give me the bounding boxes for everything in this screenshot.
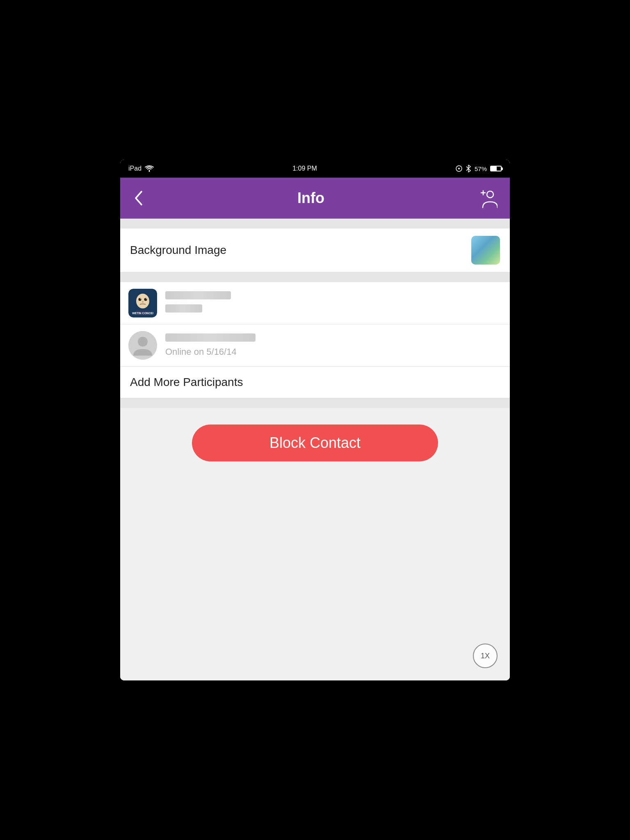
svg-point-1 bbox=[458, 168, 460, 169]
contact1-name-blur-1 bbox=[165, 291, 231, 299]
contact2-info: Online on 5/16/14 bbox=[165, 333, 256, 357]
location-icon bbox=[456, 165, 462, 172]
svg-point-12 bbox=[142, 301, 144, 303]
contact1-avatar-image: WETIN CONCEI bbox=[128, 289, 157, 317]
svg-point-9 bbox=[144, 298, 147, 301]
contact2-avatar bbox=[128, 331, 157, 360]
svg-point-10 bbox=[140, 299, 141, 299]
contact2-status: Online on 5/16/14 bbox=[165, 347, 256, 357]
background-image-row[interactable]: Background Image bbox=[120, 228, 510, 272]
status-right: 57% bbox=[456, 165, 502, 172]
content-area: Background Image bbox=[120, 219, 510, 680]
status-left: iPad bbox=[128, 165, 154, 172]
contact2-avatar-image bbox=[128, 331, 157, 360]
bg-thumbnail-image bbox=[471, 236, 500, 265]
device-label: iPad bbox=[128, 165, 142, 172]
svg-point-16 bbox=[138, 337, 148, 347]
svg-point-4 bbox=[487, 191, 493, 198]
add-contact-button[interactable] bbox=[477, 188, 498, 208]
contact2-row[interactable]: Online on 5/16/14 bbox=[120, 324, 510, 367]
contact1-info bbox=[165, 291, 231, 315]
section-gap-2 bbox=[120, 398, 510, 408]
bluetooth-icon bbox=[466, 165, 471, 172]
contact2-name-blur bbox=[165, 333, 256, 342]
battery-percentage: 57% bbox=[475, 165, 487, 172]
background-image-label: Background Image bbox=[130, 244, 226, 257]
svg-point-11 bbox=[146, 299, 147, 299]
chevron-left-icon bbox=[132, 190, 145, 206]
block-contact-button[interactable]: Block Contact bbox=[192, 425, 438, 461]
contact1-name-blur-2 bbox=[165, 304, 202, 313]
page-title: Info bbox=[297, 189, 324, 207]
contact1-avatar: WETIN CONCEI bbox=[128, 289, 157, 317]
nav-bar: Info bbox=[120, 178, 510, 219]
svg-text:WETIN CONCEI: WETIN CONCEI bbox=[132, 312, 153, 315]
add-participants-label: Add More Participants bbox=[130, 376, 243, 388]
add-participants-row[interactable]: Add More Participants bbox=[120, 367, 510, 398]
svg-rect-5 bbox=[471, 236, 500, 265]
section-gap-1 bbox=[120, 272, 510, 282]
section-gap-top bbox=[120, 219, 510, 228]
background-image-thumbnail[interactable] bbox=[471, 236, 500, 265]
scale-badge[interactable]: 1X bbox=[473, 644, 498, 668]
status-time: 1:09 PM bbox=[292, 165, 317, 172]
battery-icon bbox=[490, 166, 502, 171]
add-contact-icon bbox=[477, 188, 498, 208]
status-bar: iPad 1:09 PM 57% bbox=[120, 160, 510, 178]
contact1-row[interactable]: WETIN CONCEI bbox=[120, 282, 510, 324]
wifi-icon bbox=[145, 165, 154, 172]
block-section: Block Contact bbox=[120, 408, 510, 680]
svg-point-8 bbox=[139, 298, 142, 301]
back-button[interactable] bbox=[132, 190, 145, 206]
